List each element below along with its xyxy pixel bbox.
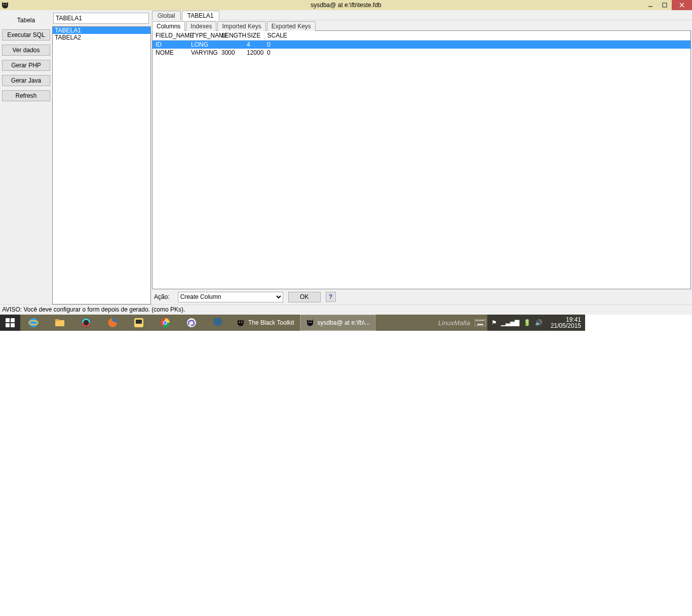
start-button[interactable]	[0, 315, 20, 331]
sidebar: Tabela Executar SQL Ver dados Gerar PHP …	[0, 10, 52, 304]
taskbar-ie-icon[interactable]	[20, 315, 47, 331]
tray-volume-icon[interactable]: 🔊	[535, 319, 543, 326]
svg-rect-6	[6, 323, 10, 327]
app-icon	[0, 0, 10, 10]
svg-rect-30	[483, 320, 484, 321]
ver-dados-button[interactable]: Ver dados	[2, 45, 50, 56]
taskbar-app1-icon[interactable]	[73, 315, 99, 331]
main-tabstrip: Global TABELA1	[151, 10, 692, 20]
svg-point-1	[6, 4, 7, 5]
cell-length	[218, 41, 244, 49]
cell-length: 3000	[218, 49, 244, 57]
grid-row[interactable]: ID LONG 4 0	[152, 41, 690, 49]
columns-grid[interactable]: FIELD_NAME TYPE_NAME LENGTH SIZE SCALE I…	[152, 31, 690, 57]
table-list-item[interactable]: TABELA1	[53, 27, 150, 34]
taskbar-explorer-icon[interactable]	[47, 315, 73, 331]
svg-rect-27	[479, 320, 480, 321]
table-name-input[interactable]	[53, 13, 149, 24]
keyboard-icon[interactable]	[473, 315, 487, 331]
window-buttons	[643, 0, 692, 10]
svg-rect-3	[663, 3, 667, 7]
table-list-item[interactable]: TABELA2	[53, 34, 150, 41]
taskbar-clock[interactable]: 19:41 21/05/2015	[547, 317, 581, 329]
sub-tabstrip: Columns Indexes Imported Keys Exported K…	[151, 20, 692, 30]
svg-point-18	[164, 321, 167, 324]
cell-scale: 0	[264, 41, 690, 49]
svg-point-23	[311, 322, 312, 323]
svg-rect-11	[55, 319, 59, 321]
ok-button[interactable]: OK	[288, 292, 321, 302]
subtab-exported-keys[interactable]: Exported Keys	[267, 21, 316, 31]
maximize-button[interactable]	[658, 0, 672, 10]
cell-scale: 0	[264, 49, 690, 57]
cell-type: VARYING	[188, 49, 218, 57]
taskbar-brand: LinuxMafia	[438, 319, 473, 327]
table-list[interactable]: TABELA1 TABELA2	[52, 26, 151, 304]
svg-rect-31	[477, 324, 483, 325]
grid-header-size[interactable]: SIZE	[244, 31, 264, 41]
taskbar-task-sysdba[interactable]: sysdba@ at e:\fb\...	[300, 315, 376, 331]
grid-header-field-name[interactable]: FIELD_NAME	[152, 31, 188, 41]
tab-tabela1[interactable]: TABELA1	[182, 11, 219, 20]
taskbar-putty-icon[interactable]	[126, 315, 152, 331]
taskbar-postgres-icon[interactable]	[205, 315, 231, 331]
columns-grid-wrap: FIELD_NAME TYPE_NAME LENGTH SIZE SCALE I…	[152, 30, 691, 289]
subtab-imported-keys[interactable]: Imported Keys	[217, 21, 265, 31]
action-label: Ação:	[153, 293, 173, 300]
taskbar-date: 21/05/2015	[551, 323, 581, 329]
tab-global[interactable]: Global	[152, 11, 181, 20]
svg-rect-2	[648, 6, 652, 7]
minimize-button[interactable]	[643, 0, 658, 10]
subtab-columns[interactable]: Columns	[152, 21, 185, 31]
taskbar: The Black Toolkit sysdba@ at e:\fb\... L…	[0, 315, 585, 331]
executar-sql-button[interactable]: Executar SQL	[2, 29, 50, 41]
titlebar: sysdba@ at e:\fb\teste.fdb	[0, 0, 692, 10]
svg-point-22	[308, 322, 309, 323]
svg-rect-25	[476, 320, 477, 321]
svg-point-8	[29, 318, 38, 327]
svg-point-0	[4, 4, 5, 5]
table-list-panel: TABELA1 TABELA2	[52, 10, 151, 304]
cell-type: LONG	[188, 41, 218, 49]
refresh-button[interactable]: Refresh	[2, 90, 50, 101]
taskbar-task-black-toolkit[interactable]: The Black Toolkit	[231, 315, 300, 331]
svg-rect-5	[11, 318, 15, 322]
action-row: Ação: Create Column OK ?	[151, 289, 692, 304]
close-button[interactable]	[672, 0, 692, 10]
taskbar-chrome-icon[interactable]	[152, 315, 178, 331]
grid-header-length[interactable]: LENGTH	[218, 31, 244, 41]
cell-size: 4	[244, 41, 264, 49]
status-bar: AVISO: Você deve configurar o form depoi…	[0, 304, 692, 315]
app-body: Tabela Executar SQL Ver dados Gerar PHP …	[0, 10, 692, 304]
cell-size: 12000	[244, 49, 264, 57]
help-button[interactable]: ?	[326, 292, 336, 302]
status-text: AVISO: Você deve configurar o form depoi…	[2, 306, 185, 313]
action-select[interactable]: Create Column	[178, 292, 283, 302]
svg-rect-4	[6, 318, 10, 322]
window-title: sysdba@ at e:\fb\teste.fdb	[0, 2, 692, 9]
svg-rect-26	[477, 320, 478, 321]
tray-battery-icon[interactable]: 🔋	[523, 319, 531, 326]
svg-rect-15	[136, 320, 142, 324]
main-panel: Global TABELA1 Columns Indexes Imported …	[151, 10, 692, 304]
help-icon: ?	[329, 293, 332, 300]
grid-header-scale[interactable]: SCALE	[264, 31, 690, 41]
svg-rect-29	[482, 320, 483, 321]
taskbar-sogou-icon[interactable]	[178, 315, 205, 331]
tray-chevron-icon[interactable]	[508, 317, 517, 329]
subtab-indexes[interactable]: Indexes	[186, 21, 216, 31]
taskbar-firefox-icon[interactable]	[99, 315, 126, 331]
grid-header-type-name[interactable]: TYPE_NAME	[188, 31, 218, 41]
cell-field: NOME	[152, 49, 188, 57]
taskbar-task-label: sysdba@ at e:\fb\...	[318, 319, 370, 326]
system-tray: ⚑ ▁▃▅▇ 🔋 🔊 19:41 21/05/2015	[487, 315, 585, 331]
gerar-java-button[interactable]: Gerar Java	[2, 75, 50, 86]
svg-rect-28	[480, 320, 481, 321]
grid-row[interactable]: NOME VARYING 3000 12000 0	[152, 49, 690, 57]
tray-flag-icon[interactable]: ⚑	[491, 319, 497, 326]
cell-field: ID	[152, 41, 188, 49]
gerar-php-button[interactable]: Gerar PHP	[2, 60, 50, 71]
svg-point-20	[239, 322, 240, 323]
svg-point-21	[241, 322, 242, 323]
taskbar-task-label: The Black Toolkit	[248, 319, 294, 326]
